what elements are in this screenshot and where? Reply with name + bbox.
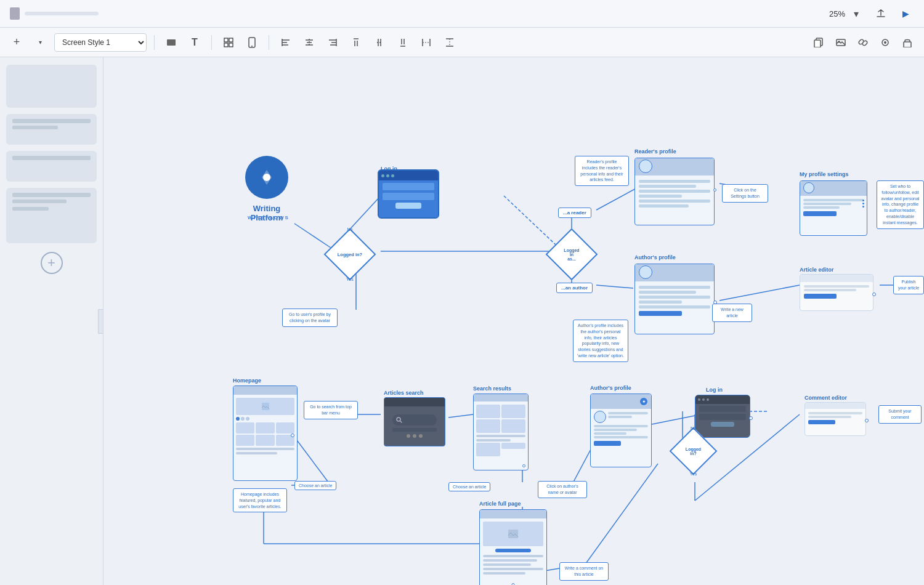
align-right[interactable] [323, 33, 342, 52]
align-top[interactable] [347, 33, 365, 52]
play-button[interactable]: ▶ [897, 5, 914, 22]
homepage-screen[interactable] [233, 385, 298, 481]
authors-profile-screen[interactable] [634, 264, 715, 334]
lock-tool[interactable] [898, 33, 917, 52]
logo-circle [245, 156, 288, 199]
svg-rect-4 [229, 43, 233, 47]
comment-editor-screen[interactable] [804, 402, 866, 436]
authors-profile2-screen[interactable]: ✦ [590, 393, 652, 467]
svg-point-6 [251, 46, 253, 47]
toolbar: + ▾ Screen Style 1 Screen Style 2 Screen… [0, 28, 924, 57]
image-tool[interactable] [832, 33, 850, 52]
text-tool[interactable]: T [185, 33, 204, 52]
align-left[interactable] [277, 33, 295, 52]
search-results-title: Search results [473, 385, 511, 392]
align-center-h[interactable] [300, 33, 318, 52]
sidebar-card-3[interactable] [6, 151, 97, 182]
write-comment-note: Write a comment on this article [559, 562, 609, 581]
grid-tool[interactable] [219, 33, 238, 52]
article-editor-screen[interactable] [800, 274, 873, 311]
logo-pen-icon [254, 165, 279, 190]
dist-horizontal[interactable] [417, 33, 436, 52]
write-article-note: Write a new article [712, 304, 752, 322]
svg-line-49 [596, 285, 633, 288]
logged-in-as-label: Logged inas... [562, 248, 581, 261]
articles-search-title: Articles search [384, 390, 424, 396]
add-chevron[interactable]: ▾ [31, 33, 49, 52]
authors-profile2-title: Author's profile [590, 385, 631, 391]
add-button[interactable]: + [7, 33, 26, 52]
top-bar: 25% ▾ ▶ [0, 0, 924, 28]
author-label: ...an author [556, 283, 593, 293]
divider-1 [154, 35, 155, 50]
sidebar-collapse[interactable]: ◂ [98, 309, 103, 334]
sidebar-card-4[interactable] [6, 188, 97, 243]
comment-editor-title: Comment editor [804, 395, 847, 401]
reader-label: ...a reader [558, 208, 591, 218]
main-area: + ◂ [0, 57, 924, 585]
yes-label-3: Yes [690, 472, 697, 476]
article-fullpage-screen[interactable] [479, 509, 547, 585]
goto-profile-note: Go to user's profile by clicking on the … [282, 309, 338, 327]
svg-line-45 [504, 196, 559, 248]
homepage-note: Homepage includes featured, popular and … [233, 488, 287, 512]
article-fullpage-title: Article full page [479, 501, 521, 507]
canvas[interactable]: Writing Platform WIREFLOWS Log in Logged… [103, 57, 924, 585]
svg-line-41 [294, 224, 331, 248]
comment-editor-dot [865, 419, 869, 422]
login-screen[interactable] [378, 169, 439, 219]
preview-tool[interactable] [876, 33, 894, 52]
progress-bar [25, 12, 99, 15]
mobile-tool[interactable] [243, 33, 261, 52]
logged-in-as-diamond-container: Logged inas... [553, 236, 590, 273]
toolbar-right [809, 33, 917, 52]
align-middle-v[interactable] [370, 33, 389, 52]
align-bottom[interactable] [394, 33, 412, 52]
svg-line-70 [578, 464, 658, 575]
sidebar-card-2[interactable] [6, 114, 97, 145]
dist-vertical[interactable] [440, 33, 459, 52]
svg-line-51 [719, 285, 800, 301]
copy-tool[interactable] [809, 33, 828, 52]
choose-article-note: Choose an article [294, 481, 336, 490]
login2-title: Log in [706, 387, 723, 393]
article-editor-dot [872, 292, 876, 296]
article-editor-title: Article editor [800, 267, 834, 273]
homepage-title: Homepage [233, 377, 261, 384]
svg-rect-0 [167, 39, 176, 46]
add-page-button[interactable]: + [41, 252, 63, 274]
login2-screen[interactable] [695, 395, 750, 438]
goto-search-note: Go to search from top bar menu [304, 401, 358, 419]
rect-tool[interactable] [162, 33, 180, 52]
zoom-value: 25% [829, 9, 845, 18]
svg-line-47 [596, 187, 639, 210]
svg-rect-35 [814, 40, 821, 47]
zoom-chevron[interactable]: ▾ [848, 5, 865, 22]
svg-line-77 [400, 421, 402, 423]
sidebar-card-1[interactable] [6, 65, 97, 108]
logo-subtitle: WIREFLOWS [235, 215, 302, 220]
svg-line-56 [448, 414, 473, 418]
logged-in-label: Logged in? [338, 252, 362, 257]
logged-in-diamond-container: Logged in? No Yes [331, 236, 368, 273]
click-settings-note: Click on the Settings button [722, 184, 768, 203]
svg-point-39 [884, 41, 886, 44]
submit-comment-note: Submit your comment [878, 405, 922, 424]
upload-button[interactable] [872, 5, 890, 22]
publish-note: Publish your article [893, 276, 924, 294]
svg-rect-40 [904, 42, 911, 47]
svg-rect-2 [229, 38, 233, 42]
divider-2 [211, 35, 212, 50]
top-bar-right: 25% ▾ ▶ [829, 5, 914, 22]
my-profile-screen[interactable] [800, 180, 867, 236]
my-profile-note: Set who to follow/unfollow, edit avatar … [877, 180, 924, 229]
style-select[interactable]: Screen Style 1 Screen Style 2 Screen Sty… [54, 33, 147, 52]
file-icon [10, 7, 20, 20]
search-results-screen[interactable] [473, 393, 529, 470]
no-label-3: No [691, 426, 696, 430]
readers-profile-screen[interactable] [634, 158, 715, 225]
login2-dot [749, 416, 753, 420]
articles-search-screen[interactable] [384, 397, 445, 446]
click-author-note: Click on author's name or avatar [538, 481, 587, 498]
link-tool[interactable] [854, 33, 872, 52]
